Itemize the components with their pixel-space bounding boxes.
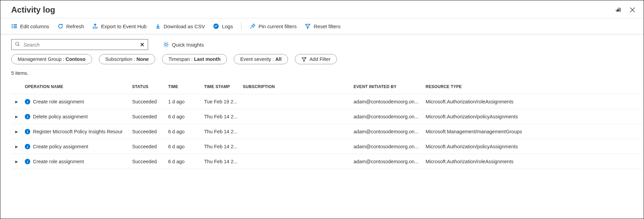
item-count: 5 items. bbox=[0, 68, 644, 79]
time-cell: 6 d ago bbox=[168, 129, 204, 134]
expand-icon[interactable]: ▸ bbox=[11, 99, 25, 104]
pin-filters-button[interactable]: Pin current filters bbox=[250, 23, 297, 29]
chip-value: Last month bbox=[194, 56, 220, 62]
download-csv-button[interactable]: Download as CSV bbox=[155, 23, 205, 29]
reset-filters-button[interactable]: Reset filters bbox=[305, 23, 340, 29]
status-cell: Succeeded bbox=[132, 99, 168, 104]
time-cell: 1 d ago bbox=[168, 99, 204, 104]
timestamp-cell: Thu Feb 14 2... bbox=[204, 114, 243, 119]
edit-columns-button[interactable]: Edit columns bbox=[11, 23, 49, 29]
edit-columns-label: Edit columns bbox=[20, 23, 49, 29]
close-icon[interactable] bbox=[629, 7, 636, 13]
search-box[interactable]: ✕ bbox=[11, 39, 148, 50]
table-row[interactable]: ▸ i Delete policy assignment Succeeded 6… bbox=[11, 109, 642, 124]
filter-chip-subscription[interactable]: Subscription : None bbox=[99, 54, 155, 64]
operation-name: Create role assignment bbox=[33, 99, 84, 104]
resource-cell: Microsoft.Management/managementGroups bbox=[426, 129, 642, 134]
initiated-cell: adam@contosodemoorg.on... bbox=[354, 99, 426, 104]
resource-cell: Microsoft.Authorization/roleAssignments bbox=[426, 159, 642, 164]
operation-name: Create role assignment bbox=[33, 159, 84, 164]
info-icon: i bbox=[25, 159, 30, 164]
col-status[interactable]: STATUS bbox=[132, 84, 168, 89]
blade-header: Activity log bbox=[0, 0, 644, 18]
operation-cell: i Create policy assignment bbox=[25, 144, 132, 149]
info-icon: i bbox=[25, 114, 30, 119]
expand-icon[interactable]: ▸ bbox=[11, 144, 25, 149]
export-label: Export to Event Hub bbox=[101, 23, 146, 29]
refresh-icon bbox=[57, 23, 64, 29]
time-cell: 6 d ago bbox=[168, 159, 204, 164]
operation-name: Register Microsoft Policy Insights Resou… bbox=[33, 129, 123, 134]
col-resource[interactable]: RESOURCE TYPE bbox=[426, 84, 642, 89]
command-bar: Edit columns Refresh Export to Event Hub… bbox=[0, 18, 644, 34]
download-label: Download as CSV bbox=[164, 23, 205, 29]
filter-chip-management-group[interactable]: Management Group : Contoso bbox=[11, 54, 92, 64]
svg-rect-2 bbox=[12, 27, 13, 28]
col-subscription[interactable]: SUBSCRIPTION bbox=[243, 84, 354, 89]
refresh-button[interactable]: Refresh bbox=[57, 23, 84, 29]
table-header: OPERATION NAME STATUS TIME TIME STAMP SU… bbox=[11, 79, 642, 94]
svg-rect-1 bbox=[12, 26, 13, 27]
clear-search-icon[interactable]: ✕ bbox=[140, 41, 144, 48]
initiated-cell: adam@contosodemoorg.on... bbox=[354, 144, 426, 149]
logs-label: Logs bbox=[222, 23, 233, 29]
svg-rect-3 bbox=[14, 24, 17, 25]
status-cell: Succeeded bbox=[132, 144, 168, 149]
col-initiated[interactable]: EVENT INITIATED BY bbox=[354, 84, 426, 89]
columns-icon bbox=[11, 23, 17, 29]
col-operation[interactable]: OPERATION NAME bbox=[25, 84, 132, 89]
initiated-cell: adam@contosodemoorg.on... bbox=[354, 114, 426, 119]
chip-label: Management Group : bbox=[18, 56, 64, 62]
pin-filters-label: Pin current filters bbox=[258, 23, 297, 29]
chip-value: None bbox=[137, 56, 149, 62]
pin-blade-icon[interactable] bbox=[615, 7, 621, 13]
status-cell: Succeeded bbox=[132, 159, 168, 164]
download-icon bbox=[155, 23, 161, 29]
expand-icon[interactable]: ▸ bbox=[11, 129, 25, 134]
resource-cell: Microsoft.Authorization/policyAssignment… bbox=[426, 114, 642, 119]
expand-icon[interactable]: ▸ bbox=[11, 159, 25, 164]
operation-cell: i Register Microsoft Policy Insights Res… bbox=[25, 129, 132, 134]
reset-filters-label: Reset filters bbox=[314, 23, 340, 29]
timestamp-cell: Tue Feb 19 2... bbox=[204, 99, 243, 104]
search-row: ✕ Quick Insights bbox=[0, 34, 644, 54]
svg-rect-5 bbox=[14, 27, 17, 28]
activity-table: OPERATION NAME STATUS TIME TIME STAMP SU… bbox=[11, 79, 642, 169]
filter-chip-timespan[interactable]: Timespan : Last month bbox=[162, 54, 227, 64]
page-title: Activity log bbox=[11, 5, 55, 15]
table-row[interactable]: ▸ i Create role assignment Succeeded 6 d… bbox=[11, 154, 642, 169]
timestamp-cell: Thu Feb 14 2... bbox=[204, 144, 243, 149]
table-row[interactable]: ▸ i Create role assignment Succeeded 1 d… bbox=[11, 94, 642, 109]
col-timestamp[interactable]: TIME STAMP bbox=[204, 84, 243, 89]
initiated-cell: adam@contosodemoorg.on... bbox=[354, 129, 426, 134]
table-row[interactable]: ▸ i Register Microsoft Policy Insights R… bbox=[11, 124, 642, 139]
col-time[interactable]: TIME bbox=[168, 84, 204, 89]
svg-rect-0 bbox=[12, 24, 13, 25]
chip-label: Subscription : bbox=[105, 56, 135, 62]
status-cell: Succeeded bbox=[132, 114, 168, 119]
pin-icon bbox=[250, 23, 256, 29]
search-icon bbox=[15, 41, 20, 48]
info-icon: i bbox=[25, 99, 30, 104]
chip-label: Event severity : bbox=[240, 56, 274, 62]
operation-name: Create policy assignment bbox=[33, 144, 88, 149]
logs-button[interactable]: Logs bbox=[213, 23, 233, 29]
export-icon bbox=[92, 23, 98, 29]
operation-cell: i Delete policy assignment bbox=[25, 114, 132, 119]
table-row[interactable]: ▸ i Create policy assignment Succeeded 6… bbox=[11, 139, 642, 154]
export-button[interactable]: Export to Event Hub bbox=[92, 23, 146, 29]
timestamp-cell: Thu Feb 14 2... bbox=[204, 129, 243, 134]
quick-insights-button[interactable]: Quick Insights bbox=[163, 41, 204, 48]
lightbulb-icon bbox=[163, 41, 169, 48]
add-filter-label: Add Filter bbox=[309, 56, 330, 62]
search-input[interactable] bbox=[23, 42, 137, 48]
filter-chip-severity[interactable]: Event severity : All bbox=[234, 54, 288, 64]
status-cell: Succeeded bbox=[132, 129, 168, 134]
logs-icon bbox=[213, 23, 219, 29]
chip-value: All bbox=[275, 56, 282, 62]
svg-point-8 bbox=[165, 44, 167, 46]
chip-label: Timespan : bbox=[168, 56, 193, 62]
expand-icon[interactable]: ▸ bbox=[11, 114, 25, 119]
add-filter-button[interactable]: Add Filter bbox=[295, 54, 337, 64]
refresh-label: Refresh bbox=[66, 23, 84, 29]
